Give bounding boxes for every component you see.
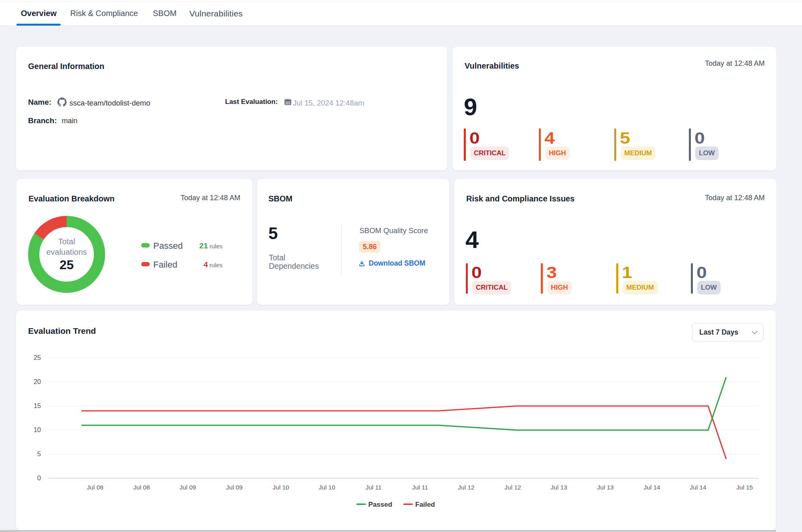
svg-text:5: 5: [37, 450, 41, 457]
svg-text:Jul 08: Jul 08: [133, 484, 150, 491]
svg-text:Jul 08: Jul 08: [87, 484, 103, 491]
svg-text:Jul 09: Jul 09: [179, 484, 196, 491]
svg-text:Jul 14: Jul 14: [690, 484, 707, 491]
svg-text:Jul 13: Jul 13: [597, 484, 613, 491]
svg-text:Jul 11: Jul 11: [412, 484, 428, 491]
svg-text:15: 15: [34, 402, 41, 409]
svg-text:Jul 09: Jul 09: [226, 484, 242, 491]
svg-text:10: 10: [34, 426, 41, 433]
svg-text:Jul 10: Jul 10: [319, 484, 335, 491]
svg-text:Passed: Passed: [368, 501, 392, 508]
svg-text:Jul 15: Jul 15: [736, 484, 753, 491]
svg-text:Jul 10: Jul 10: [272, 484, 289, 491]
svg-text:25: 25: [34, 354, 41, 361]
svg-text:Failed: Failed: [415, 501, 435, 508]
svg-text:0: 0: [37, 474, 41, 481]
svg-text:Jul 14: Jul 14: [644, 484, 660, 491]
svg-text:Jul 12: Jul 12: [504, 484, 521, 491]
svg-text:20: 20: [34, 378, 41, 385]
svg-text:Jul 13: Jul 13: [550, 484, 567, 491]
svg-text:Jul 11: Jul 11: [365, 484, 382, 491]
svg-text:Jul 12: Jul 12: [458, 484, 474, 491]
